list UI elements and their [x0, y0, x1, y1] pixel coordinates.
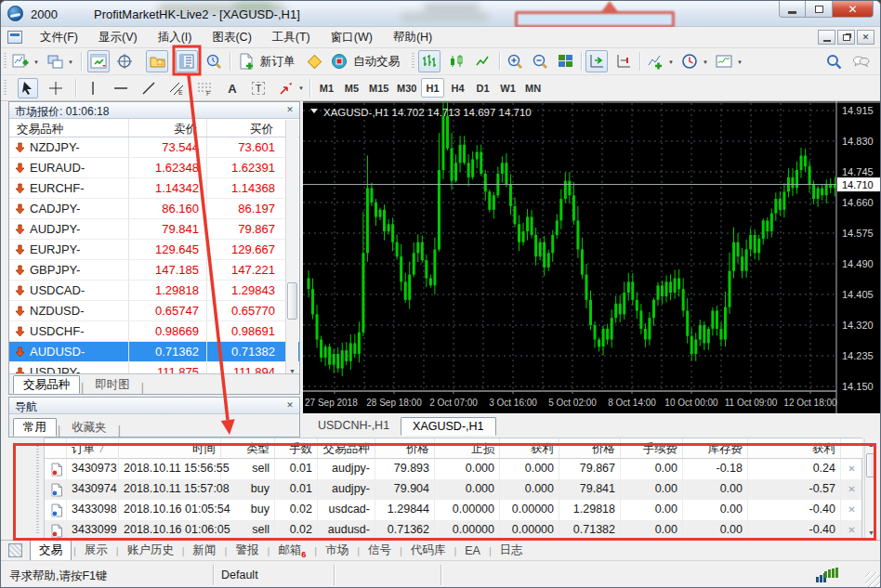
market-watch-header[interactable]: 市场报价: 01:06:18 ✕: [9, 102, 299, 119]
market-watch-row[interactable]: AUDUSD-0.713620.71382: [9, 342, 299, 362]
bars-chart-button[interactable]: [418, 50, 440, 72]
status-profile[interactable]: Default: [221, 568, 258, 581]
market-watch-row[interactable]: USDCHF-0.986690.98691: [9, 321, 299, 342]
order-close-button[interactable]: ✕: [841, 459, 863, 479]
menu-item-5[interactable]: 窗口(W): [321, 28, 383, 46]
dropdown-caret-icon[interactable]: ▼: [701, 58, 710, 67]
market-watch-row[interactable]: NZDUSD-0.657470.65770: [9, 301, 299, 321]
dropdown-caret-icon[interactable]: ▼: [735, 58, 744, 67]
candlestick-chart-button[interactable]: [445, 50, 467, 72]
chart-tab-USDCNHH1[interactable]: USDCNH-,H1: [307, 417, 401, 436]
menu-item-4[interactable]: 工具(T): [262, 28, 321, 46]
metaeditor-button[interactable]: [303, 50, 325, 72]
navigator-tab-常用[interactable]: 常用: [13, 418, 57, 437]
terminal-tab-0[interactable]: 交易: [30, 540, 72, 561]
column-ask[interactable]: 买价: [250, 122, 273, 137]
price-chart[interactable]: 14.91514.83014.74514.66014.57514.49014.4…: [303, 101, 881, 413]
market-watch-row[interactable]: CADJPY-86.16086.197: [9, 199, 299, 219]
market-watch-row[interactable]: GBPJPY-147.185147.221: [9, 260, 299, 281]
timeframe-m5[interactable]: M5: [340, 78, 363, 98]
terminal-scrollbar[interactable]: ▲ ▼: [864, 438, 877, 539]
orders-column-header[interactable]: 交易品种: [318, 438, 375, 459]
orders-column-header[interactable]: 价格: [559, 438, 621, 459]
timeframe-h1[interactable]: H1: [421, 78, 444, 98]
dropdown-caret-icon[interactable]: ▼: [66, 58, 75, 67]
window-close-button[interactable]: ✕: [832, 1, 874, 18]
orders-column-header[interactable]: [45, 438, 67, 459]
menu-item-2[interactable]: 插入(I): [148, 28, 203, 46]
dropdown-caret-icon[interactable]: ▼: [32, 58, 41, 67]
column-symbol[interactable]: 交易品种: [17, 122, 63, 137]
arrows-tool[interactable]: [276, 78, 296, 98]
terminal-tab-10[interactable]: 日志: [492, 541, 532, 560]
orders-column-header[interactable]: 类型: [221, 438, 275, 459]
window-maximize-button[interactable]: [806, 1, 832, 18]
terminal-tab-ea[interactable]: EA: [456, 542, 489, 559]
fibonacci-tool[interactable]: F: [194, 78, 215, 98]
close-order-icon[interactable]: ✕: [848, 464, 855, 474]
line-chart-button[interactable]: [472, 50, 494, 72]
orders-column-header[interactable]: 获利: [500, 438, 559, 459]
menu-item-3[interactable]: 图表(C): [202, 28, 261, 46]
market-watch-column-headers[interactable]: 交易品种 卖价 买价 ▲: [9, 119, 299, 137]
orders-column-header[interactable]: 手数: [275, 438, 318, 459]
resize-grip[interactable]: [865, 572, 880, 587]
market-watch-row[interactable]: NZDJPY-73.54473.601: [9, 137, 299, 158]
market-watch-button[interactable]: [87, 50, 110, 72]
dropdown-caret-icon[interactable]: ▼: [296, 84, 306, 93]
trendline-tool[interactable]: [138, 78, 159, 98]
column-bid[interactable]: 卖价: [174, 122, 197, 137]
shift-chart-button[interactable]: [585, 50, 608, 72]
orders-column-header[interactable]: 库存费: [683, 438, 748, 459]
close-order-icon[interactable]: ✕: [848, 525, 855, 535]
auto-scroll-button[interactable]: [612, 50, 635, 72]
panel-close-icon[interactable]: ✕: [284, 399, 296, 411]
market-watch-scrollbar[interactable]: ▼: [285, 120, 298, 377]
new-order-button[interactable]: [235, 50, 257, 72]
timeframe-w1[interactable]: W1: [496, 78, 519, 98]
order-close-button[interactable]: ✕: [841, 500, 863, 520]
menu-item-6[interactable]: 帮助(H): [383, 28, 442, 46]
terminal-tab-1[interactable]: 展示: [76, 541, 116, 560]
orders-column-header[interactable]: 手续费: [621, 438, 683, 459]
market-watch-row[interactable]: EURCHF-1.143421.14368: [9, 178, 299, 199]
terminal-tab-3[interactable]: 新闻: [185, 541, 225, 560]
data-window-button[interactable]: [113, 50, 136, 72]
timeframe-m15[interactable]: M15: [365, 78, 392, 98]
market-watch-row[interactable]: AUDJPY-79.84179.867: [9, 219, 299, 240]
zoom-out-button[interactable]: [529, 50, 551, 72]
terminal-tab-7[interactable]: 信号: [360, 541, 400, 560]
equidistant-channel-tool[interactable]: E: [166, 78, 187, 98]
zoom-in-button[interactable]: [504, 50, 526, 72]
new-order-label[interactable]: 新订单: [260, 54, 296, 70]
search-button[interactable]: [822, 50, 845, 72]
templates-button[interactable]: [713, 50, 735, 72]
orders-column-header[interactable]: 获利: [748, 438, 841, 459]
orders-column-header[interactable]: [841, 438, 863, 459]
chart-minimize-button[interactable]: [818, 30, 835, 45]
terminal-tab-6[interactable]: 市场: [317, 541, 357, 560]
market-watch-tab-即时图[interactable]: 即时图: [85, 375, 140, 394]
menu-item-0[interactable]: 文件(F): [30, 28, 88, 46]
order-close-button[interactable]: ✕: [841, 520, 863, 541]
vertical-line-tool[interactable]: [83, 78, 103, 98]
navigator-tab-收藏夹[interactable]: 收藏夹: [61, 418, 117, 437]
timeframe-d1[interactable]: D1: [471, 78, 494, 98]
scrollbar-thumb[interactable]: [866, 453, 876, 477]
profiles-button[interactable]: [44, 50, 66, 72]
autotrading-label[interactable]: 自动交易: [353, 54, 400, 70]
strategy-tester-button[interactable]: [203, 50, 225, 72]
title-bar[interactable]: 2000 ProfitMarketHK-Live2 - [XAGUSD-,H1]…: [1, 1, 881, 27]
orders-column-header[interactable]: 订单/: [67, 438, 119, 459]
navigator-button[interactable]: [146, 50, 168, 72]
orders-column-header[interactable]: 时间: [119, 438, 221, 459]
chart-close-button[interactable]: ✕: [857, 30, 874, 45]
tile-windows-button[interactable]: [554, 50, 576, 72]
market-watch-row[interactable]: USDCAD-1.298181.29843: [9, 281, 299, 301]
terminal-tab-8[interactable]: 代码库: [402, 541, 454, 560]
indicators-button[interactable]: [644, 50, 666, 72]
panel-close-icon[interactable]: ✕: [284, 104, 296, 115]
market-watch-row[interactable]: EURJPY-129.645129.667: [9, 240, 299, 260]
market-watch-tab-交易品种[interactable]: 交易品种: [13, 375, 80, 394]
chat-button[interactable]: [849, 50, 872, 72]
